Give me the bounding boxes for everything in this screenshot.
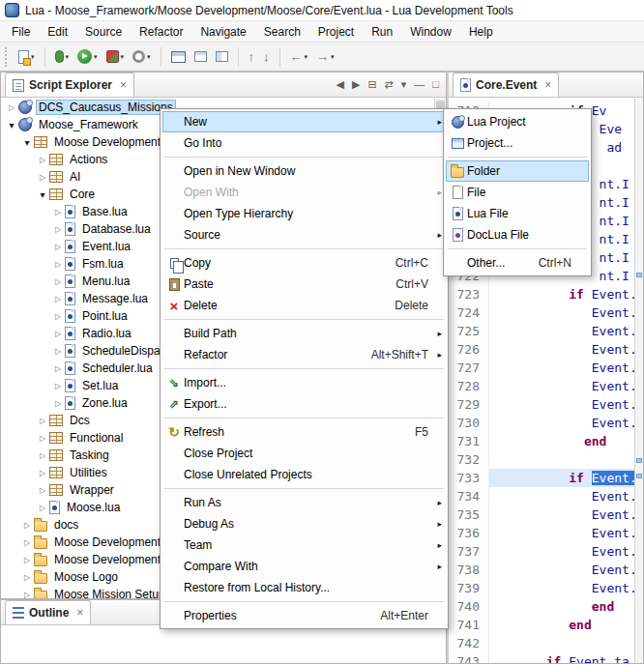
expand-arrow-icon[interactable]: ▷ xyxy=(36,417,49,425)
code-line-742[interactable]: 742 xyxy=(449,634,643,652)
expand-arrow-icon[interactable]: ▷ xyxy=(36,469,49,477)
context-menu-item-team[interactable]: Team▸ xyxy=(162,534,446,556)
expand-arrow-icon[interactable]: ▷ xyxy=(20,591,34,599)
new-submenu-item-file[interactable]: File xyxy=(446,182,589,203)
expand-arrow-icon[interactable]: ▷ xyxy=(36,156,49,164)
expand-arrow-icon[interactable]: ▷ xyxy=(5,103,18,112)
code-line-725[interactable]: 725 Event.I xyxy=(449,322,643,340)
context-menu-item-run-as[interactable]: Run As▸ xyxy=(162,492,446,513)
context-menu-item-source[interactable]: Source▸ xyxy=(162,224,446,245)
expand-arrow-icon[interactable]: ▷ xyxy=(51,243,65,251)
expand-arrow-icon[interactable]: ▷ xyxy=(36,451,49,460)
menu-edit[interactable]: Edit xyxy=(39,22,76,42)
dropdown-arrow-icon[interactable]: ▾ xyxy=(121,53,125,60)
back-button[interactable]: ←▾ xyxy=(287,48,311,65)
menu-window[interactable]: Window xyxy=(401,22,460,42)
context-menu-item-compare-with[interactable]: Compare With▸ xyxy=(162,556,446,577)
expand-arrow-icon[interactable]: ▷ xyxy=(20,538,34,547)
forward-icon[interactable]: ▶ xyxy=(352,79,360,90)
collapse-all-icon[interactable]: ⊟ xyxy=(367,79,376,90)
expand-arrow-icon[interactable]: ▷ xyxy=(51,295,65,303)
expand-arrow-icon[interactable]: ▷ xyxy=(51,382,65,390)
expand-arrow-icon[interactable]: ▷ xyxy=(20,556,34,564)
context-menu-item-delete[interactable]: ×DeleteDelete xyxy=(162,295,446,316)
new-submenu-item-lua-file[interactable]: Lua File xyxy=(446,203,589,224)
context-menu-item-refactor[interactable]: RefactorAlt+Shift+T▸ xyxy=(162,344,446,365)
dropdown-arrow-icon[interactable]: ▾ xyxy=(94,53,98,60)
editor-tab-core-event[interactable]: Core.Event × xyxy=(453,72,559,97)
expand-arrow-icon[interactable]: ▷ xyxy=(36,504,49,512)
expand-arrow-icon[interactable]: ▷ xyxy=(51,347,65,356)
code-line-732[interactable]: 732 xyxy=(449,450,643,469)
occurrence-marker[interactable] xyxy=(636,458,642,463)
code-line-733[interactable]: 733 if Event. xyxy=(449,469,643,487)
dropdown-arrow-icon[interactable]: ▾ xyxy=(305,53,308,60)
overview-ruler[interactable] xyxy=(634,99,643,663)
show-view-alt-button[interactable] xyxy=(213,49,231,64)
run-button[interactable]: ▾ xyxy=(74,47,101,66)
code-line-743[interactable]: 743 if Event.ta xyxy=(449,652,643,663)
show-view-button[interactable] xyxy=(191,49,210,64)
code-line-734[interactable]: 734 Event.I xyxy=(449,487,643,505)
code-line-739[interactable]: 739 Event.I xyxy=(449,579,643,597)
context-menu-item-paste[interactable]: PasteCtrl+V xyxy=(162,274,446,295)
next-annotation-button[interactable]: ↓ xyxy=(260,48,273,65)
context-menu-item-close-unrelated-projects[interactable]: Close Unrelated Projects xyxy=(162,464,446,485)
expand-arrow-icon[interactable]: ▷ xyxy=(36,434,49,443)
menu-help[interactable]: Help xyxy=(460,22,502,42)
menu-run[interactable]: Run xyxy=(363,22,401,42)
code-line-731[interactable]: 731 end xyxy=(449,432,643,450)
close-icon[interactable]: × xyxy=(120,78,127,92)
occurrence-marker[interactable] xyxy=(636,273,642,277)
context-menu-item-go-into[interactable]: Go Into xyxy=(162,132,446,154)
dropdown-arrow-icon[interactable]: ▾ xyxy=(66,53,70,60)
dropdown-arrow-icon[interactable]: ▾ xyxy=(331,53,335,60)
expand-arrow-icon[interactable]: ▷ xyxy=(51,208,65,217)
code-line-737[interactable]: 737 Event.I xyxy=(449,542,643,561)
new-submenu-item-doclua-file[interactable]: DocLua File xyxy=(446,224,589,245)
new-submenu-item-folder[interactable]: Folder xyxy=(446,160,589,182)
expand-arrow-icon[interactable]: ▷ xyxy=(51,399,65,408)
dropdown-arrow-icon[interactable]: ▾ xyxy=(147,53,151,60)
expand-arrow-icon[interactable]: ▷ xyxy=(20,573,34,582)
context-menu-item-open-type-hierarchy[interactable]: Open Type Hierarchy xyxy=(162,203,446,224)
collapse-arrow-icon[interactable]: ▾ xyxy=(5,120,18,130)
context-menu-item-restore-from-local-history[interactable]: Restore from Local History... xyxy=(162,577,446,598)
menu-navigate[interactable]: Navigate xyxy=(191,22,254,42)
code-line-738[interactable]: 738 Event.I xyxy=(449,561,643,579)
collapse-arrow-icon[interactable]: ▾ xyxy=(20,137,34,148)
close-icon[interactable]: × xyxy=(544,78,551,92)
back-icon[interactable]: ◀ xyxy=(336,79,343,90)
maximize-icon[interactable]: □ xyxy=(432,79,439,90)
outline-tab[interactable]: Outline × xyxy=(5,600,91,624)
close-icon[interactable]: × xyxy=(76,606,83,620)
titlebar[interactable]: Lua - Moose_Framework/Moose Development/… xyxy=(0,0,644,21)
debug-button[interactable]: ▾ xyxy=(52,48,73,65)
expand-arrow-icon[interactable]: ▷ xyxy=(36,486,49,495)
previous-annotation-button[interactable]: ↑ xyxy=(246,48,258,65)
expand-arrow-icon[interactable]: ▷ xyxy=(51,364,65,373)
code-line-730[interactable]: 730 Event.I xyxy=(449,414,643,432)
code-line-740[interactable]: 740 end xyxy=(449,597,643,616)
script-explorer-tab[interactable]: Script Explorer × xyxy=(5,72,134,97)
new-submenu-item-lua-project[interactable]: Lua Project xyxy=(446,111,589,132)
context-menu-item-open-in-new-window[interactable]: Open in New Window xyxy=(162,160,446,182)
expand-arrow-icon[interactable]: ▷ xyxy=(51,330,65,338)
occurrence-marker[interactable] xyxy=(636,474,642,478)
new-wizard-button[interactable]: ▾ xyxy=(15,48,38,66)
code-line-727[interactable]: 727 Event.I xyxy=(449,359,643,377)
code-line-723[interactable]: 723 if Event. xyxy=(449,285,643,303)
context-menu-item-properties[interactable]: PropertiesAlt+Enter xyxy=(162,605,446,626)
code-line-741[interactable]: 741 end xyxy=(449,616,643,634)
context-menu-item-import[interactable]: ⇘Import... xyxy=(162,372,446,393)
view-menu-icon[interactable]: ▾ xyxy=(401,79,407,90)
context-menu-item-new[interactable]: New▸ xyxy=(162,111,446,132)
code-line-729[interactable]: 729 Event.I xyxy=(449,395,643,414)
code-line-726[interactable]: 726 Event.I xyxy=(449,340,643,359)
expand-arrow-icon[interactable]: ▷ xyxy=(51,277,65,286)
dropdown-arrow-icon[interactable]: ▾ xyxy=(31,53,35,60)
expand-arrow-icon[interactable]: ▷ xyxy=(51,260,65,269)
new-submenu-item-other[interactable]: Other...Ctrl+N xyxy=(446,252,589,274)
coverage-button[interactable]: ▾ xyxy=(103,48,128,65)
code-line-736[interactable]: 736 Event.I xyxy=(449,524,643,542)
